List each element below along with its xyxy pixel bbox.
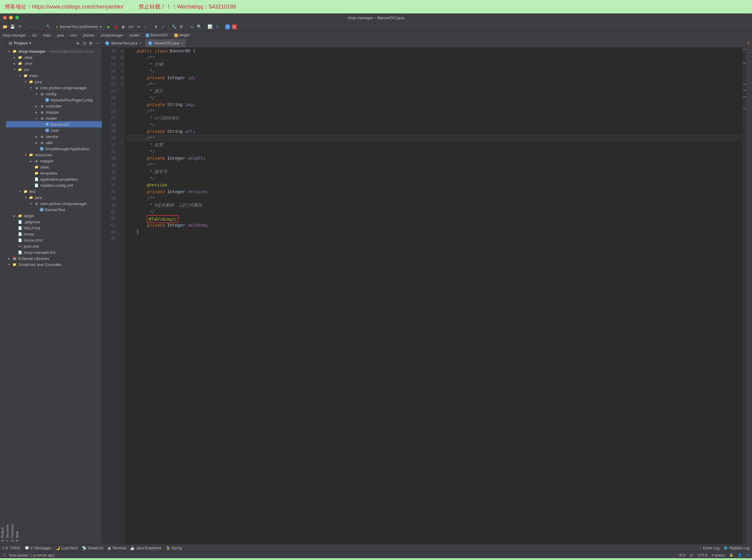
run-icon[interactable]: ▶ <box>106 24 112 29</box>
tree-libs[interactable]: ▶📚External Libraries <box>6 255 102 261</box>
tree-item[interactable]: ▼▣com.ybchen.shopmanager <box>6 85 102 91</box>
crumb[interactable]: main <box>43 33 51 38</box>
crumb[interactable]: model <box>129 33 139 38</box>
save-icon[interactable]: 💾 <box>10 24 15 29</box>
crumb[interactable]: java <box>57 33 64 38</box>
close-tab-icon[interactable]: × <box>181 41 183 46</box>
messages-tab[interactable]: 💬 0: Messages <box>25 546 51 550</box>
tool-maven[interactable]: m <box>746 39 751 544</box>
tree-item[interactable]: ▼📁test <box>6 188 102 194</box>
tree-item[interactable]: CUser <box>6 127 102 134</box>
attach-icon[interactable]: ⇥ <box>135 24 141 29</box>
wrench-icon[interactable]: 🔧 <box>171 24 177 29</box>
tree-item[interactable]: CShopManagerApplication <box>6 146 102 152</box>
tool-favorites[interactable]: 2: Favorites <box>10 39 15 544</box>
tree-item[interactable]: 📄shop-manager.iml <box>6 249 102 255</box>
build-icon[interactable]: 🔨 <box>46 24 51 29</box>
tree-item[interactable]: ▼📁src <box>6 66 102 73</box>
status-eol[interactable]: LF <box>690 553 693 557</box>
crumb[interactable]: src <box>32 33 37 38</box>
tree-item[interactable]: ▶▣controller <box>6 103 102 109</box>
tree-item[interactable]: ▶📁target <box>6 213 102 219</box>
tree-item[interactable]: 📄mvnw.cmd <box>6 237 102 243</box>
tree-item[interactable]: ▼▣model <box>6 115 102 121</box>
stop-icon[interactable]: ■ <box>143 24 148 29</box>
tree-item[interactable]: 📄mybatis-config.xml <box>6 182 102 188</box>
vcs-commit-icon[interactable]: ✓ <box>161 24 166 29</box>
tree-item[interactable]: 📄HELP.md <box>6 225 102 231</box>
luacheck-tab[interactable]: 🌙 LuaCheck <box>56 546 78 550</box>
crumb[interactable]: CBannerDO <box>145 33 168 38</box>
translate-icon[interactable]: G <box>225 24 230 29</box>
tree-item[interactable]: ▼📁java <box>6 79 102 85</box>
eventlog-tab[interactable]: ○ Event Log <box>699 546 719 550</box>
tree-item[interactable]: ▶📁.idea <box>6 54 102 60</box>
minimize-window-button[interactable] <box>9 16 13 20</box>
editor-tab[interactable]: CBannerTest.java× <box>102 39 145 47</box>
forward-icon[interactable]: → <box>35 24 41 29</box>
open-icon[interactable]: 📂 <box>2 24 8 29</box>
crumb[interactable]: shopmanager <box>101 33 123 38</box>
sonarlint-tab[interactable]: 📡 SonarLint <box>82 546 103 550</box>
status-position[interactable]: 30:8 <box>679 553 685 557</box>
tree-root[interactable]: ▼📁shop-manager ~/IdeaProjects/shop-mana <box>6 48 102 54</box>
search-icon[interactable]: 🔍 <box>197 24 202 29</box>
tool-structure[interactable]: 7: Structure <box>5 39 10 544</box>
code-area[interactable]: public class BannerDO { /** * 主键 */ priv… <box>125 47 742 544</box>
stop-profiling-icon[interactable]: ⊘ <box>215 24 220 29</box>
select-opened-icon[interactable]: ⊕ <box>76 41 80 45</box>
screenshot-icon[interactable]: ▭ <box>189 24 195 29</box>
crumb[interactable]: ybchen <box>83 33 95 38</box>
tree-item[interactable]: CBannerDO <box>6 121 102 127</box>
javaee-tab[interactable]: ☕ Java Enterprise <box>130 546 161 550</box>
tree-item[interactable]: 📄application.properties <box>6 176 102 182</box>
marker-strip[interactable] <box>742 47 746 544</box>
crumb[interactable]: shop-manager <box>2 33 26 38</box>
maximize-window-button[interactable] <box>15 16 19 20</box>
vcs-update-icon[interactable]: ⬇ <box>153 24 159 29</box>
google-icon[interactable]: G <box>746 553 749 557</box>
tree-item[interactable]: ▶▣mapper <box>6 158 102 164</box>
tree-item[interactable]: ▶▣utils <box>6 140 102 146</box>
back-icon[interactable]: ← <box>28 24 33 29</box>
tree-item[interactable]: CBannerTest <box>6 206 102 213</box>
tree-item[interactable]: ▶📁.mvn <box>6 60 102 66</box>
run-configuration-dropdown[interactable]: ●BannerTest.testDeleted▾ <box>53 24 104 30</box>
translate2-icon[interactable]: 文 <box>232 24 237 29</box>
status-encoding[interactable]: UTF-8 <box>698 553 707 557</box>
inspector-icon[interactable]: 👤 <box>738 553 742 557</box>
tree-item[interactable]: ▶▣service <box>6 134 102 140</box>
expand-all-icon[interactable]: ⇲ <box>83 41 86 45</box>
close-tab-icon[interactable]: × <box>139 41 142 46</box>
profile-icon[interactable]: ⊙▾ <box>128 24 134 29</box>
close-window-button[interactable] <box>3 16 7 20</box>
mybatis-tab[interactable]: 🐦 MyBatis Log <box>724 546 750 550</box>
cpu-icon[interactable]: 📊 <box>207 24 213 29</box>
tree-item[interactable]: mpom.xml <box>6 243 102 249</box>
tree-item[interactable]: 📁templates <box>6 170 102 176</box>
tree-item[interactable]: ▶▣mapper <box>6 109 102 115</box>
debug-icon[interactable]: 🐞 <box>113 24 119 29</box>
tree-scratches[interactable]: ▼📁Scratches and Consoles <box>6 261 102 267</box>
tree-item[interactable]: 📁static <box>6 164 102 170</box>
settings-icon[interactable]: ✿ <box>89 41 92 45</box>
tree-item[interactable]: ▼▣com.ybchen.shopmanager <box>6 200 102 206</box>
settings-icon[interactable]: ⚙ <box>179 24 184 29</box>
tree-item[interactable]: 📄.gitignore <box>6 219 102 225</box>
crumb[interactable]: fweight <box>174 33 190 38</box>
tool-web[interactable]: 0: Web <box>15 39 20 544</box>
tree-item[interactable]: ▼📁java <box>6 194 102 200</box>
lock-icon[interactable]: 🔒 <box>729 553 733 557</box>
tree-item[interactable]: 📄mvnw <box>6 231 102 237</box>
crumb[interactable]: com <box>70 33 77 38</box>
todo-tab[interactable]: ≡ 6: TODO <box>2 546 20 550</box>
dropdown-icon[interactable]: ▾ <box>29 41 32 45</box>
tool-project[interactable]: 1: Project <box>0 39 5 544</box>
editor-tab[interactable]: CBannerDO.java× <box>145 39 187 47</box>
spring-tab[interactable]: 🍃 Spring <box>166 546 182 550</box>
tree-item[interactable]: ▼📁resources <box>6 152 102 158</box>
status-run-indicator[interactable]: ☐ <box>3 553 6 557</box>
terminal-tab[interactable]: ▣ Terminal <box>107 546 126 550</box>
fold-gutter[interactable]: |⊟|⊟|⊟|⊟|⊟|⊟ <box>119 47 125 544</box>
project-tree[interactable]: ▼📁shop-manager ~/IdeaProjects/shop-mana▶… <box>6 47 102 544</box>
